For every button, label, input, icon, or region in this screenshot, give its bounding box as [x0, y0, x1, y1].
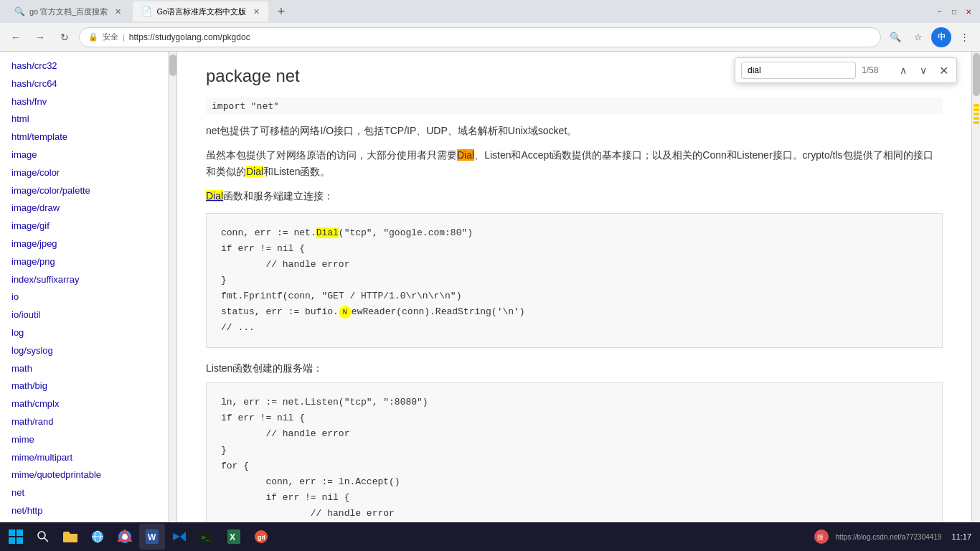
tab-1-close[interactable]: ✕	[115, 7, 121, 17]
sidebar-item-net-http[interactable]: net/http	[0, 502, 168, 520]
dial-highlight-1: Dial	[457, 149, 474, 161]
address-bar[interactable]: 🔒 安全 | https://studygolang.com/pkgdoc	[79, 27, 881, 47]
sidebar-item-mime-multipart[interactable]: mime/multipart	[0, 449, 168, 467]
dial-link[interactable]: Dial	[206, 190, 223, 202]
svg-line-5	[44, 538, 48, 542]
code-block-1: conn, err := net.Dial("tcp", "google.com…	[206, 213, 943, 349]
window-controls: − □ ✕	[934, 6, 974, 17]
terminal-icon: >_	[199, 530, 215, 543]
search-taskbar-icon	[36, 529, 50, 544]
maximize-button[interactable]: □	[948, 6, 960, 17]
sidebar-item-io[interactable]: io	[0, 288, 168, 306]
sidebar-item-image-jpeg[interactable]: image/jpeg	[0, 235, 168, 253]
sidebar-item-html[interactable]: html	[0, 110, 168, 128]
sidebar-item-mime-quotedprintable[interactable]: mime/quotedprintable	[0, 466, 168, 484]
chrome-taskbar-button[interactable]	[112, 524, 138, 550]
sidebar-scrollbar-thumb[interactable]	[169, 55, 176, 76]
code-line: // handle error	[221, 257, 928, 273]
sogou-logo-icon: 搜	[813, 528, 830, 545]
sidebar-item-html-template[interactable]: html/template	[0, 128, 168, 146]
sidebar-item-index-suffixarray[interactable]: index/suffixarray	[0, 271, 168, 289]
code-line: // handle error	[221, 506, 928, 522]
sidebar-scrollbar[interactable]	[169, 52, 177, 522]
profile-icon[interactable]: 中	[931, 27, 951, 47]
sidebar-item-math-big[interactable]: math/big	[0, 377, 168, 395]
sidebar-item-log[interactable]: log	[0, 324, 168, 342]
sidebar-item-image-color-palette[interactable]: image/color/palette	[0, 182, 168, 200]
svg-text:X: X	[230, 532, 235, 542]
browser-taskbar-button[interactable]	[85, 524, 110, 550]
back-button[interactable]: ←	[6, 27, 26, 47]
word-taskbar-button[interactable]: W	[139, 524, 165, 550]
url-text: https://studygolang.com/pkgdoc	[129, 32, 872, 42]
sidebar-item-io-ioutil[interactable]: io/ioutil	[0, 306, 168, 324]
browser-icon	[90, 529, 105, 544]
code-line: if err != nil {	[221, 410, 928, 426]
vscode-taskbar-button[interactable]	[166, 524, 192, 550]
find-close-button[interactable]: ✕	[936, 63, 951, 77]
sidebar-item-hash-crc32[interactable]: hash/crc32	[0, 57, 168, 75]
tab-2-icon: 📄	[141, 6, 152, 17]
search-icon[interactable]: 🔍	[885, 27, 905, 47]
sidebar-item-image-color[interactable]: image/color	[0, 164, 168, 182]
code-line: // ...	[221, 320, 928, 336]
sidebar-item-image-gif[interactable]: image/gif	[0, 217, 168, 235]
terminal-taskbar-button[interactable]: >_	[194, 524, 220, 550]
bookmark-icon[interactable]: ☆	[908, 27, 928, 47]
tab-1[interactable]: 🔍 go 官方文档_百度搜索 ✕	[6, 1, 130, 22]
section2-label: Listen函数创建的服务端：	[206, 362, 943, 375]
sidebar-item-math-cmplx[interactable]: math/cmplx	[0, 395, 168, 413]
file-explorer-button[interactable]	[57, 524, 83, 550]
taskbar-time: 11:17	[946, 532, 977, 541]
sidebar-item-image-png[interactable]: image/png	[0, 253, 168, 271]
sidebar-item-math-rand[interactable]: math/rand	[0, 413, 168, 431]
svg-text:搜: 搜	[817, 534, 824, 541]
sidebar-item-mime[interactable]: mime	[0, 431, 168, 449]
description-2: 虽然本包提供了对网络原语的访问，大部分使用者只需要Dial、Listen和Acc…	[206, 147, 943, 179]
tab-2[interactable]: 📄 Go语言标准库文档中文版 ✕	[133, 1, 268, 22]
minimize-button[interactable]: −	[934, 6, 946, 17]
chrome-icon	[117, 529, 133, 545]
sidebar-item-log-syslog[interactable]: log/syslog	[0, 342, 168, 360]
code-line: status, err := bufio.NewReader(conn).Rea…	[221, 304, 928, 320]
excel-taskbar-button[interactable]: X	[221, 524, 247, 550]
sogou-icon[interactable]: 搜	[811, 527, 831, 547]
scroll-marker-1	[974, 104, 979, 107]
scroll-marker-5	[974, 121, 979, 124]
sidebar-item-hash-fnv[interactable]: hash/fnv	[0, 93, 168, 111]
code-block-2: ln, err := net.Listen("tcp", ":8080") if…	[206, 382, 943, 522]
tab-2-close[interactable]: ✕	[253, 7, 260, 17]
content-scrollbar-thumb[interactable]	[973, 53, 980, 96]
sidebar-item-net[interactable]: net	[0, 484, 168, 502]
nav-actions: 🔍 ☆ 中 ⋮	[885, 27, 974, 47]
sidebar-item-image-draw[interactable]: image/draw	[0, 199, 168, 217]
refresh-button[interactable]: ↻	[55, 27, 75, 47]
close-button[interactable]: ✕	[963, 6, 974, 17]
folder-icon	[62, 530, 78, 543]
content-scrollbar[interactable]	[971, 52, 980, 522]
svg-rect-1	[17, 529, 23, 536]
excel-icon: X	[227, 529, 241, 545]
code-line: if err != nil {	[221, 241, 928, 257]
forward-button[interactable]: →	[30, 27, 50, 47]
find-next-button[interactable]: ∨	[916, 63, 930, 77]
code-line: if err != nil {	[221, 490, 928, 506]
svg-text:>_: >_	[202, 534, 209, 541]
taskbar-url-text: https://blog.csdn.net/a772304419	[836, 533, 942, 541]
dial-link-section: Dial函数和服务端建立连接：	[206, 188, 943, 204]
search-taskbar-button[interactable]	[30, 524, 56, 550]
start-button[interactable]	[3, 524, 29, 550]
svg-text:W: W	[148, 532, 156, 542]
menu-icon[interactable]: ⋮	[954, 27, 974, 47]
new-tab-button[interactable]: +	[271, 1, 291, 22]
find-input[interactable]	[741, 62, 856, 79]
tab-1-icon: 🔍	[14, 6, 25, 17]
sidebar-item-hash-crc64[interactable]: hash/crc64	[0, 75, 168, 93]
sidebar-item-image[interactable]: image	[0, 146, 168, 164]
git-taskbar-button[interactable]: git	[248, 524, 274, 550]
sidebar-item-math[interactable]: math	[0, 360, 168, 378]
find-prev-button[interactable]: ∧	[896, 63, 910, 77]
desc2-pre: 虽然本包提供了对网络原语的访问，大部分使用者只需要	[206, 149, 457, 161]
svg-text:git: git	[258, 534, 265, 541]
find-bar: 1/58 ∧ ∨ ✕	[735, 57, 957, 83]
